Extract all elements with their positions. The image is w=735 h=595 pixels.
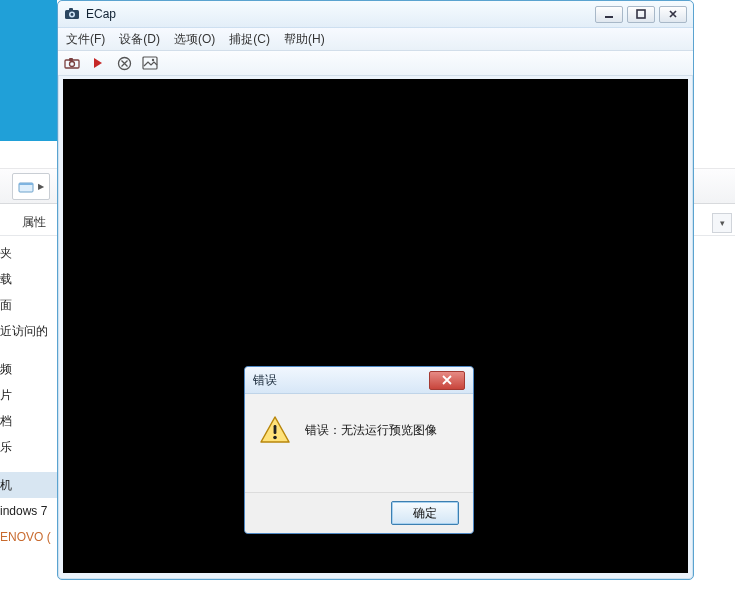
sidebar-item[interactable]: 近访问的 bbox=[0, 318, 60, 344]
sidebar-item[interactable]: 面 bbox=[0, 292, 60, 318]
svg-rect-9 bbox=[69, 58, 73, 61]
breadcrumb-root[interactable]: ▶ bbox=[12, 173, 50, 200]
menu-item[interactable]: 选项(O) bbox=[174, 31, 215, 48]
app-title: ECap bbox=[86, 7, 116, 21]
svg-point-10 bbox=[70, 62, 75, 67]
svg-rect-6 bbox=[605, 16, 613, 18]
picture-icon[interactable] bbox=[142, 55, 158, 71]
sidebar-item[interactable]: 乐 bbox=[0, 434, 60, 460]
svg-point-15 bbox=[273, 436, 277, 440]
svg-rect-14 bbox=[274, 425, 277, 434]
maximize-button[interactable] bbox=[627, 6, 655, 23]
ecap-titlebar[interactable]: ECap bbox=[58, 1, 693, 28]
sidebar-item[interactable]: 载 bbox=[0, 266, 60, 292]
menu-item[interactable]: 帮助(H) bbox=[284, 31, 325, 48]
sidebar-item[interactable]: 片 bbox=[0, 382, 60, 408]
error-dialog-close-button[interactable] bbox=[429, 371, 465, 390]
column-label-attrs: 属性 bbox=[22, 214, 46, 231]
svg-rect-7 bbox=[637, 10, 645, 18]
sidebar-item[interactable]: 档 bbox=[0, 408, 60, 434]
ecap-menubar: 文件(F)设备(D)选项(O)捕捉(C)帮助(H) bbox=[58, 28, 693, 51]
sidebar-item[interactable]: 夹 bbox=[0, 240, 60, 266]
column-sort-button[interactable]: ▾ bbox=[712, 213, 732, 233]
error-dialog-ok-button[interactable]: 确定 bbox=[391, 501, 459, 525]
ecap-toolbar bbox=[58, 51, 693, 76]
svg-rect-3 bbox=[69, 8, 73, 11]
error-dialog-title: 错误 bbox=[253, 372, 277, 389]
error-dialog-titlebar[interactable]: 错误 bbox=[245, 367, 473, 394]
warning-icon bbox=[259, 414, 291, 446]
sidebar-item[interactable]: 频 bbox=[0, 356, 60, 382]
sidebar-item[interactable]: ENOVO ( bbox=[0, 524, 60, 550]
error-dialog: 错误 错误：无法运行预览图像 确定 bbox=[244, 366, 474, 534]
camera-icon[interactable] bbox=[64, 55, 80, 71]
svg-point-5 bbox=[71, 13, 74, 16]
menu-item[interactable]: 文件(F) bbox=[66, 31, 105, 48]
ok-button-label: 确定 bbox=[413, 505, 437, 522]
desktop-blue-band bbox=[0, 0, 57, 141]
svg-rect-1 bbox=[19, 183, 33, 185]
close-button[interactable] bbox=[659, 6, 687, 23]
sidebar-item[interactable]: 机 bbox=[0, 472, 60, 498]
menu-item[interactable]: 设备(D) bbox=[119, 31, 160, 48]
explorer-sidebar: 夹载面近访问的频片档乐机indows 7ENOVO ( bbox=[0, 240, 60, 595]
play-icon[interactable] bbox=[90, 55, 106, 71]
svg-point-13 bbox=[152, 59, 154, 61]
app-icon bbox=[64, 6, 80, 22]
stop-icon[interactable] bbox=[116, 55, 132, 71]
chevron-right-icon: ▶ bbox=[38, 182, 44, 191]
error-dialog-message: 错误：无法运行预览图像 bbox=[305, 422, 437, 439]
minimize-button[interactable] bbox=[595, 6, 623, 23]
sidebar-item[interactable]: indows 7 bbox=[0, 498, 60, 524]
menu-item[interactable]: 捕捉(C) bbox=[229, 31, 270, 48]
